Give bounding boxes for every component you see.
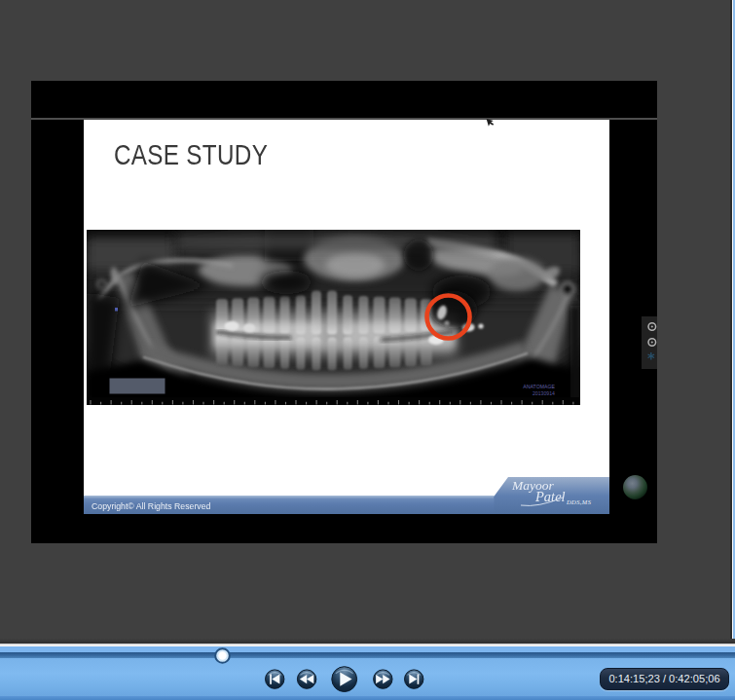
svg-text:ANATOMAGE: ANATOMAGE	[523, 384, 555, 389]
svg-text:20130914: 20130914	[532, 389, 554, 395]
